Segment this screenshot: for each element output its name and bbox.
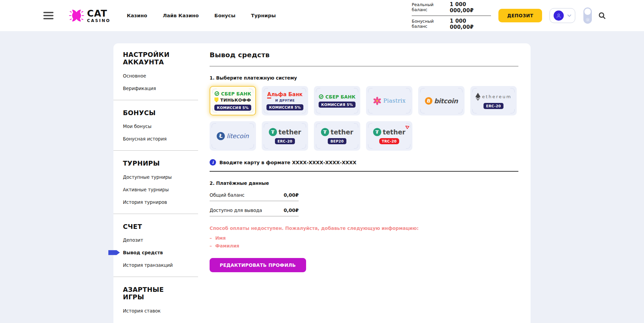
account-panel: НАСТРОЙКИ АККАУНТАОсновноеВерификацияБОН…: [113, 43, 531, 323]
payment-method-sber-tinkoff[interactable]: СБЕР БАНКТИНЬКОФФКОМИССИЯ 5%: [210, 86, 256, 115]
balance-row-value: 0,00₽: [284, 192, 299, 198]
tinkoff-shield-icon: [214, 98, 218, 102]
info-icon: i: [210, 159, 216, 166]
sidebar-item-label: История транзакций: [123, 262, 173, 268]
sidebar-item[interactable]: Активные турниры: [123, 187, 198, 192]
sidebar-item-label: Активные турниры: [123, 187, 169, 192]
payment-method-litecoin[interactable]: Łlitecoin: [210, 121, 256, 151]
missing-field-item: –Имя: [210, 235, 518, 241]
divider: [113, 214, 198, 214]
deposit-button[interactable]: ДЕПОЗИТ: [498, 9, 542, 22]
info-note-text: Вводите карту в формате ХХХХ-ХХХХ-ХХХХ-Х…: [219, 160, 357, 165]
missing-fields-list: –Имя–Фамилия: [210, 235, 518, 249]
payment-badge: BEP20: [328, 138, 346, 144]
payment-badge: КОМИССИЯ 5%: [266, 104, 304, 110]
payment-method-bitcoin[interactable]: Bbitcoin: [418, 86, 465, 115]
top-header: CAT CASINO КазиноЛайв КазиноБонусыТурнир…: [0, 0, 644, 31]
payment-method-tether-trc20[interactable]: ₮tetherTRC-20: [366, 121, 412, 151]
missing-field-item: –Фамилия: [210, 243, 518, 249]
sidebar-item-label: Доступные турниры: [123, 174, 172, 180]
sidebar-item-label: Вывод средств: [123, 250, 163, 255]
divider: [210, 171, 518, 172]
search-icon: [598, 12, 606, 20]
sidebar-item[interactable]: Доступные турниры: [123, 174, 198, 180]
real-balance-value: 1 000 000,00₽: [450, 1, 491, 14]
account-sidebar: НАСТРОЙКИ АККАУНТАОсновноеВерификацияБОН…: [123, 48, 198, 314]
payment-badge: КОМИССИЯ 5%: [214, 105, 252, 111]
payment-method-tether-bep20[interactable]: ₮tetherBEP20: [314, 121, 360, 151]
balance-row-value: 0,00₽: [284, 208, 299, 213]
sidebar-item[interactable]: Верификация: [123, 86, 198, 91]
nav-item-tournaments[interactable]: Турниры: [251, 13, 276, 18]
payment-badge: КОМИССИЯ 5%: [319, 102, 356, 108]
step2-label: 2. Платёжные данные: [210, 180, 518, 186]
real-balance-label: Реальный баланс: [412, 2, 450, 12]
sidebar-item[interactable]: Депозит: [123, 237, 198, 243]
info-note-row: i Вводите карту в формате ХХХХ-ХХХХ-ХХХХ…: [210, 159, 518, 166]
sidebar-item-label: Депозит: [123, 237, 143, 243]
chevron-down-icon: [567, 15, 571, 17]
litecoin-icon: Ł: [217, 132, 225, 140]
payment-method-ethereum-erc20[interactable]: ethereumERC-20: [470, 86, 517, 115]
sidebar-item[interactable]: История ставок: [123, 308, 198, 314]
payment-badge: TRC-20: [379, 138, 400, 144]
sidebar-item[interactable]: Вывод средств: [123, 250, 198, 255]
divider: [113, 277, 198, 277]
sun-icon: [585, 18, 590, 22]
balance-row-label: Доступно для вывода: [210, 208, 262, 213]
logo-title: CAT: [87, 9, 110, 18]
bonus-balance-value: 1 000 000,00₽: [450, 18, 491, 30]
search-button[interactable]: [598, 12, 606, 20]
sidebar-section-title: СЧЕТ: [123, 223, 181, 230]
tinkoff-logo: ТИНЬКОФФ: [214, 98, 251, 103]
payment-method-piastrix[interactable]: Piastrix: [366, 86, 412, 115]
sidebar-section-title: НАСТРОЙКИ АККАУНТА: [123, 51, 181, 66]
piastrix-logo: Piastrix: [373, 96, 406, 105]
divider: [113, 150, 198, 151]
payment-method-tether-erc20[interactable]: ₮tetherERC-20: [262, 121, 308, 151]
balance-panel: Реальный баланс 1 000 000,00₽ Бонусный б…: [412, 0, 491, 31]
bitcoin-logo: Bbitcoin: [425, 97, 458, 105]
tether-icon: ₮: [269, 128, 277, 136]
payment-error-message: Способ оплаты недоступен. Пожалуйста, до…: [210, 225, 518, 231]
payment-method-sberbank[interactable]: СБЕР БАНККОМИССИЯ 5%: [314, 86, 360, 115]
main-nav: КазиноЛайв КазиноБонусыТурниры: [127, 13, 276, 18]
payment-methods-grid: СБЕР БАНКТИНЬКОФФКОМИССИЯ 5%Альфа БанкИ …: [210, 86, 518, 151]
page-title: Вывод средств: [210, 51, 518, 59]
sidebar-section-title: БОНУСЫ: [123, 109, 181, 116]
balance-row: Доступно для вывода0,00₽: [210, 208, 299, 216]
logo-subtitle: CASINO: [87, 19, 110, 23]
nav-item-bonuses[interactable]: Бонусы: [214, 13, 235, 18]
bonus-balance-label: Бонусный баланс: [412, 19, 450, 29]
user-avatar-icon: [554, 10, 564, 21]
divider: [210, 66, 518, 66]
sidebar-section-title: ТУРНИРЫ: [123, 159, 181, 167]
payment-badge: ERC-20: [275, 138, 295, 144]
tether-logo: ₮tether: [373, 128, 406, 136]
active-marker-icon: [108, 250, 120, 255]
payment-method-alfabank[interactable]: Альфа БанкИ ДРУГИЕКОМИССИЯ 5%: [262, 86, 308, 115]
real-balance-row: Реальный баланс 1 000 000,00₽: [412, 0, 491, 16]
sidebar-item-label: Основное: [123, 73, 146, 79]
divider: [113, 100, 198, 100]
missing-field-label: Имя: [215, 235, 226, 241]
edit-profile-button[interactable]: РЕДАКТИРОВАТЬ ПРОФИЛЬ: [210, 258, 306, 272]
profile-dropdown-button[interactable]: [550, 8, 575, 23]
sidebar-item[interactable]: Бонусная история: [123, 136, 198, 142]
alfabank-subtext: И ДРУГИЕ: [275, 99, 295, 102]
balance-summary: Общий баланс0,00₽Доступно для вывода0,00…: [210, 192, 299, 216]
sidebar-item-label: Мои бонусы: [123, 124, 151, 129]
nav-item-casino[interactable]: Казино: [127, 13, 147, 18]
theme-toggle[interactable]: [583, 7, 592, 24]
sidebar-item[interactable]: История турниров: [123, 199, 198, 205]
sidebar-item[interactable]: История транзакций: [123, 262, 198, 268]
litecoin-logo: Łlitecoin: [217, 132, 249, 140]
site-logo[interactable]: CAT CASINO: [69, 9, 110, 23]
sidebar-item[interactable]: Основное: [123, 73, 198, 79]
nav-item-live-casino[interactable]: Лайв Казино: [163, 13, 199, 18]
step1-label: 1. Выберите платежную систему: [210, 75, 518, 81]
menu-icon[interactable]: [43, 12, 53, 19]
ethereum-icon: [475, 93, 480, 101]
bitcoin-icon: B: [424, 96, 433, 105]
sidebar-item[interactable]: Мои бонусы: [123, 124, 198, 129]
